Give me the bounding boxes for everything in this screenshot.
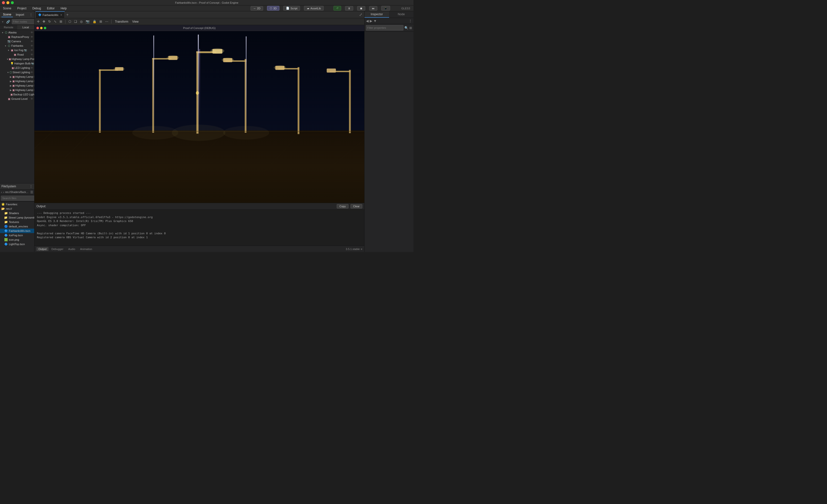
tab-local[interactable]: Local [17,25,35,30]
btn-play[interactable]: ↺ [334,6,341,11]
vp-rotate-btn[interactable]: ↻ [47,19,52,24]
expand-viewport-btn[interactable]: ⤢ [358,12,363,17]
tree-item-alaska[interactable]: ▾ ⬡ Alaska 👁 [0,30,34,35]
btn-3d[interactable]: ⬡ 3D [267,6,279,11]
maximize-button[interactable] [11,1,14,4]
btn-stop[interactable]: ⏹ [357,6,365,11]
eye-alaska[interactable]: 👁 [31,31,33,34]
tab-close-btn[interactable]: × [60,13,62,17]
vp-softsel-btn[interactable]: ◎ [79,19,84,24]
tab-import[interactable]: Import [14,12,26,17]
vp-window-controls[interactable] [37,27,46,29]
eye-groundlevel[interactable]: 👁 [31,97,33,100]
vp-cursor-btn[interactable]: ✛ [36,19,41,24]
fs-item-res[interactable]: 📂 res:// [0,207,34,211]
fs-item-fairbankswx[interactable]: 🔷 FairbanksWx.tscn [0,229,34,233]
btn-assetlib[interactable]: ☁ AssetLib [304,6,324,11]
btn-script[interactable]: 📄 Script [283,6,300,11]
fs-forward-btn[interactable]: › [3,190,4,194]
btn-step[interactable]: ⏭ [369,6,377,11]
right-tab-inspector[interactable]: Inspector [364,11,389,18]
fs-item-lighttop[interactable]: 🔷 LightTop.tscn [0,242,34,246]
vp-local-btn[interactable]: ⬡ [67,19,72,24]
vp-camera-btn[interactable]: 📷 [85,19,91,24]
bottom-tab-animation[interactable]: Animation [78,247,94,251]
tree-item-hlp3[interactable]: ▶ ▣ Highway Lamp Post 3 👁 [0,79,34,83]
bottom-tab-debugger[interactable]: Debugger [49,247,65,251]
tree-item-ledlighting[interactable]: ▣ LED Lighting 👁 [0,66,34,70]
tree-item-icefog[interactable]: ▾ ▣ Ice Fog 📷 👁 [0,48,34,52]
filter-properties-input[interactable] [366,25,403,31]
eye-raytrace[interactable]: 👁 [31,36,33,38]
vp-group-btn[interactable]: ❑ [73,19,78,24]
menu-debug[interactable]: Debug [31,6,42,11]
filter-options-btn[interactable]: ⊞ [409,26,412,30]
btn-pause[interactable]: ⏸ [345,6,353,11]
fs-item-streetlamp[interactable]: 📁 Street Lamp (tyrosmith) [0,215,34,220]
fs-back-btn[interactable]: ‹ [1,190,2,194]
vp-transform-label[interactable]: Transform [113,19,130,24]
menu-scene[interactable]: Scene [2,6,12,11]
tree-item-hlp5[interactable]: ▶ ▣ Highway Lamp Post 5 👁 [0,88,34,92]
filter-search-btn[interactable]: 🔍 [404,26,408,30]
inspector-search-btn[interactable]: ⋮ [408,19,412,23]
fs-item-default-env[interactable]: 🔵 default_env.tres [0,224,34,229]
eye-streetlighting[interactable]: 👁 [31,71,33,74]
vp-lock-btn[interactable]: 🔒 [92,19,97,24]
fs-search-input[interactable] [1,196,35,201]
vp-close-dot[interactable] [37,27,39,29]
fs-item-shaders[interactable]: 📁 Shaders [0,211,34,215]
menu-help[interactable]: Help [59,6,68,11]
minimize-button[interactable] [6,1,9,4]
clear-output-btn[interactable]: Clear [350,204,362,209]
filesystem-menu-btn[interactable]: ⋮ [29,184,33,188]
filter-nodes-input[interactable] [12,19,35,24]
panel-menu-btn[interactable]: ⋮ [29,13,33,17]
vp-move-btn[interactable]: ✥ [42,19,46,24]
bottom-tab-output[interactable]: Output [37,247,48,251]
eye-ledlighting[interactable]: 👁 [31,66,33,69]
inspector-forward-btn[interactable]: ▶ [370,19,373,23]
btn-2d[interactable]: ↔ 2D [251,6,263,11]
window-controls[interactable] [2,1,14,4]
vp-scale-btn[interactable]: ⤡ [53,19,58,24]
fs-item-icon-png[interactable]: 🟩 icon.png [0,237,34,242]
tree-item-halogenbulb[interactable]: 💡 Halogen Bulb 📷 👁 [0,61,34,66]
tree-item-hlp4[interactable]: ▶ ▣ Highway Lamp Post 4 👁 [0,83,34,88]
add-node-btn[interactable]: + [1,20,4,24]
tab-remote[interactable]: Remote [0,25,17,30]
menu-project[interactable]: Project [16,6,27,11]
vp-max-dot[interactable] [44,27,46,29]
right-tab-node[interactable]: Node [389,11,414,18]
link-node-btn[interactable]: 🔗 [5,20,11,24]
tab-fairbankswx[interactable]: 🔷 FairbanksWx × [36,11,65,18]
tree-item-hlp2[interactable]: ▶ ▣ Highway Lamp Post 2 👁 [0,74,34,79]
tree-item-backupled[interactable]: ▣ Backup LED Lighting 👁 [0,92,34,97]
tree-item-streetlighting[interactable]: ▾ ⬡ Street Lighting 👁 [0,70,34,74]
eye-icefog[interactable]: 👁 [31,49,33,52]
tree-item-groundlevel[interactable]: ▣ Ground Level 👁 [0,97,34,101]
fs-item-icefog[interactable]: 🔷 IceFog.tscn [0,233,34,237]
tab-scene[interactable]: Scene [1,12,13,17]
copy-output-btn[interactable]: Copy [337,204,348,209]
fs-options-btn[interactable]: ☰ [30,190,33,194]
tree-item-fairbanks[interactable]: ▾ ⬡ Fairbanks 👁 [0,44,34,48]
vp-min-dot[interactable] [40,27,43,29]
close-button[interactable] [2,1,5,4]
eye-road[interactable]: 👁 [31,53,33,56]
menu-editor[interactable]: Editor [46,6,56,11]
btn-deploy[interactable]: 📱 [381,6,390,11]
tree-item-road[interactable]: ▣ Road 👁 [0,52,34,57]
tree-item-highlamppost[interactable]: ▾ ▣ Highway Lamp Post 👁 [0,57,34,61]
eye-fairbanks[interactable]: 👁 [31,44,33,47]
inspector-back-btn[interactable]: ◀ [366,19,369,23]
eye-camera[interactable]: 👁 [31,40,33,43]
tree-item-raytrace[interactable]: ▣ RaytraceProxy 👁 [0,35,34,39]
tree-item-camera[interactable]: 📷 Camera 👁 [0,39,34,44]
bottom-tab-audio[interactable]: Audio [66,247,77,251]
vp-more-btn[interactable]: ⋯ [104,19,109,24]
vp-snap-btn[interactable]: ⊞ [59,19,63,24]
inspector-history-btn[interactable]: ▼ [373,19,377,23]
vp-grid-btn[interactable]: ⊞ [98,19,103,24]
fs-item-textures[interactable]: 📁 Textures [0,220,34,224]
